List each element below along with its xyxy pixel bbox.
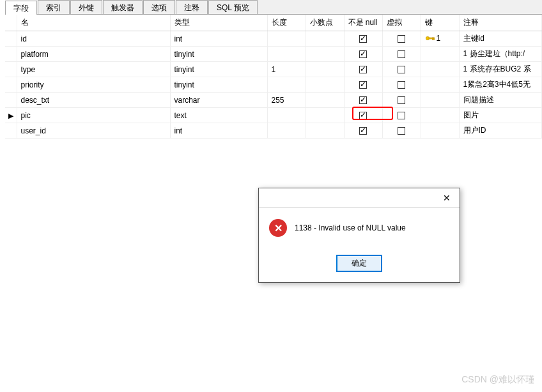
field-virtual[interactable] — [382, 47, 421, 62]
checkbox-icon[interactable] — [398, 66, 405, 73]
field-virtual[interactable] — [382, 62, 421, 77]
table-row[interactable]: typetinyint11 系统存在BUG2 系 — [5, 62, 542, 77]
field-length[interactable] — [267, 31, 306, 47]
field-notnull[interactable] — [344, 108, 382, 123]
field-comment[interactable]: 1紧急2高3中4低5无 — [459, 77, 542, 93]
field-virtual[interactable] — [382, 123, 421, 139]
ok-button[interactable]: 确定 — [336, 255, 382, 272]
table-container: 名 类型 长度 小数点 不是 null 虚拟 键 注释 idint1主键idpl… — [5, 15, 542, 139]
checkbox-icon[interactable] — [359, 127, 367, 135]
tab-1[interactable]: 索引 — [38, 0, 70, 14]
field-comment[interactable]: 主键id — [459, 31, 542, 47]
field-name[interactable]: id — [17, 31, 170, 47]
field-name[interactable]: platform — [17, 47, 170, 62]
field-length[interactable] — [267, 123, 306, 139]
tab-4[interactable]: 选项 — [143, 0, 175, 14]
field-name[interactable]: type — [17, 62, 170, 77]
field-type[interactable]: text — [170, 108, 267, 123]
col-decimal-header[interactable]: 小数点 — [306, 15, 344, 31]
field-type[interactable]: int — [170, 123, 267, 139]
field-comment[interactable]: 问题描述 — [459, 93, 542, 108]
field-length[interactable]: 255 — [267, 93, 306, 108]
field-name[interactable]: pic — [17, 108, 170, 123]
field-length[interactable]: 1 — [267, 62, 306, 77]
tab-5[interactable]: 注释 — [176, 0, 208, 14]
field-decimal[interactable] — [306, 62, 344, 77]
field-decimal[interactable] — [306, 47, 344, 62]
dialog-message: 1138 - Invalid use of NULL value — [295, 223, 406, 232]
field-decimal[interactable] — [306, 31, 344, 47]
field-key[interactable] — [421, 108, 459, 123]
field-comment[interactable]: 1 扬尘建垃（http:/ — [459, 47, 542, 62]
table-row[interactable]: ▶pictext图片 — [5, 108, 542, 123]
checkbox-icon[interactable] — [359, 81, 367, 89]
field-notnull[interactable] — [344, 47, 382, 62]
field-notnull[interactable] — [344, 31, 382, 47]
checkbox-icon[interactable] — [359, 112, 367, 119]
close-icon[interactable]: ✕ — [434, 189, 460, 207]
field-name[interactable]: user_id — [17, 123, 170, 139]
field-notnull[interactable] — [344, 62, 382, 77]
field-notnull[interactable] — [344, 77, 382, 93]
field-notnull[interactable] — [344, 123, 382, 139]
checkbox-icon[interactable] — [359, 66, 367, 73]
field-comment[interactable]: 图片 — [459, 108, 542, 123]
field-key[interactable] — [421, 93, 459, 108]
checkbox-icon[interactable] — [398, 112, 405, 119]
table-row[interactable]: user_idint用户ID — [5, 123, 542, 139]
field-decimal[interactable] — [306, 93, 344, 108]
checkbox-icon[interactable] — [398, 35, 405, 43]
checkbox-icon[interactable] — [398, 127, 405, 135]
field-virtual[interactable] — [382, 77, 421, 93]
field-comment[interactable]: 1 系统存在BUG2 系 — [459, 62, 542, 77]
table-row[interactable]: platformtinyint1 扬尘建垃（http:/ — [5, 47, 542, 62]
field-decimal[interactable] — [306, 123, 344, 139]
table-row[interactable]: idint1主键id — [5, 31, 542, 47]
field-length[interactable] — [267, 77, 306, 93]
col-virtual-header[interactable]: 虚拟 — [382, 15, 421, 31]
field-key[interactable] — [421, 47, 459, 62]
field-length[interactable] — [267, 47, 306, 62]
field-type[interactable]: tinyint — [170, 47, 267, 62]
checkbox-icon[interactable] — [398, 81, 405, 89]
tab-3[interactable]: 触发器 — [103, 0, 143, 14]
checkbox-icon[interactable] — [398, 96, 405, 104]
field-name[interactable]: priority — [17, 77, 170, 93]
field-key[interactable]: 1 — [421, 31, 459, 47]
col-key-header[interactable]: 键 — [421, 15, 459, 31]
svg-rect-2 — [432, 38, 433, 40]
col-length-header[interactable]: 长度 — [267, 15, 306, 31]
field-key[interactable] — [421, 123, 459, 139]
col-notnull-header[interactable]: 不是 null — [344, 15, 382, 31]
field-notnull[interactable] — [344, 93, 382, 108]
checkbox-icon[interactable] — [359, 35, 367, 43]
col-type-header[interactable]: 类型 — [170, 15, 267, 31]
tab-0[interactable]: 字段 — [5, 1, 37, 15]
field-decimal[interactable] — [306, 108, 344, 123]
field-decimal[interactable] — [306, 77, 344, 93]
tab-2[interactable]: 外键 — [70, 0, 102, 14]
field-virtual[interactable] — [382, 31, 421, 47]
field-comment[interactable]: 用户ID — [459, 123, 542, 139]
table-row[interactable]: prioritytinyint1紧急2高3中4低5无 — [5, 77, 542, 93]
tab-6[interactable]: SQL 预览 — [208, 0, 258, 14]
field-type[interactable]: tinyint — [170, 62, 267, 77]
col-marker-header[interactable] — [5, 15, 17, 31]
checkbox-icon[interactable] — [359, 50, 367, 58]
checkbox-icon[interactable] — [359, 96, 367, 104]
field-key[interactable] — [421, 62, 459, 77]
row-marker — [5, 93, 17, 108]
field-type[interactable]: varchar — [170, 93, 267, 108]
field-name[interactable]: desc_txt — [17, 93, 170, 108]
field-type[interactable]: tinyint — [170, 77, 267, 93]
field-virtual[interactable] — [382, 93, 421, 108]
dialog-body: ✕ 1138 - Invalid use of NULL value — [259, 207, 460, 248]
field-length[interactable] — [267, 108, 306, 123]
col-comment-header[interactable]: 注释 — [459, 15, 542, 31]
field-virtual[interactable] — [382, 108, 421, 123]
col-name-header[interactable]: 名 — [17, 15, 170, 31]
checkbox-icon[interactable] — [398, 50, 405, 58]
field-key[interactable] — [421, 77, 459, 93]
field-type[interactable]: int — [170, 31, 267, 47]
table-row[interactable]: desc_txtvarchar255问题描述 — [5, 93, 542, 108]
